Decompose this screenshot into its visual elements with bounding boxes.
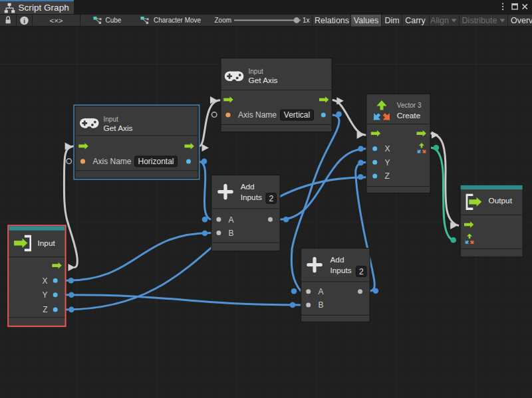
svg-text:Get Axis: Get Axis <box>249 76 278 85</box>
svg-text:2: 2 <box>269 194 273 203</box>
svg-text:Add: Add <box>241 182 255 191</box>
svg-text:Inputs: Inputs <box>241 193 262 202</box>
svg-text:Zoom: Zoom <box>215 17 232 24</box>
svg-text:Y: Y <box>384 158 390 167</box>
svg-text:A: A <box>319 287 324 296</box>
svg-text:Get Axis: Get Axis <box>104 124 133 133</box>
svg-text:X: X <box>384 144 390 153</box>
svg-text:Script Graph: Script Graph <box>19 3 69 13</box>
svg-text:Vector 3: Vector 3 <box>397 102 422 109</box>
svg-text:Cube: Cube <box>106 17 122 24</box>
svg-text:B: B <box>319 300 324 310</box>
svg-text:1x: 1x <box>303 17 310 24</box>
svg-text:B: B <box>229 229 234 238</box>
svg-text:Input: Input <box>104 116 118 123</box>
svg-text:Horizontal: Horizontal <box>138 157 174 166</box>
svg-text:<×>: <×> <box>49 17 63 25</box>
svg-text:Distribute: Distribute <box>462 16 497 25</box>
svg-text:Align: Align <box>430 16 449 25</box>
svg-text:Carry: Carry <box>405 16 426 25</box>
svg-text:Relations: Relations <box>315 16 349 25</box>
svg-text:Overv: Overv <box>511 16 532 25</box>
svg-text:Input: Input <box>249 68 263 75</box>
svg-text:Add: Add <box>331 255 344 264</box>
svg-text:Vertical: Vertical <box>284 110 310 120</box>
svg-text:Z: Z <box>43 305 47 314</box>
svg-text:Character Move: Character Move <box>154 17 201 24</box>
svg-text:Output: Output <box>489 196 513 205</box>
svg-text:Z: Z <box>384 171 389 181</box>
svg-text:Dim: Dim <box>384 16 399 25</box>
svg-text:X: X <box>42 276 47 286</box>
svg-text:Y: Y <box>42 290 47 300</box>
svg-text:i: i <box>23 17 25 25</box>
svg-text:A: A <box>229 215 234 225</box>
svg-text:Axis Name: Axis Name <box>93 157 132 166</box>
svg-text:Inputs: Inputs <box>331 266 352 275</box>
svg-text:Create: Create <box>397 111 421 120</box>
svg-text:Input: Input <box>38 239 56 248</box>
svg-text:2: 2 <box>359 267 364 276</box>
svg-text:Values: Values <box>354 16 378 25</box>
svg-text:Axis Name: Axis Name <box>238 110 277 120</box>
